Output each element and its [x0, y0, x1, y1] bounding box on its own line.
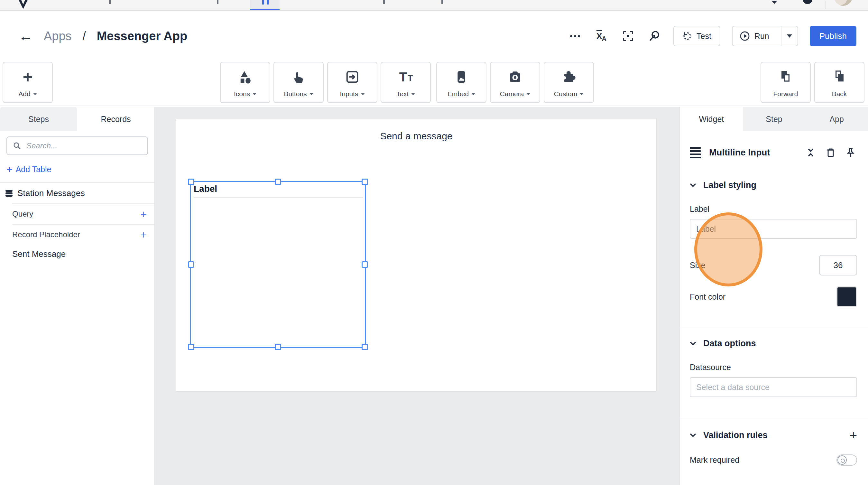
canvas-region: Send a message Label: [155, 107, 679, 485]
section-label-styling[interactable]: Label styling: [690, 180, 857, 190]
resize-handle-s[interactable]: [275, 344, 281, 350]
topnav-item-fragment[interactable]: [441, 0, 443, 4]
resize-handle-nw[interactable]: [188, 179, 194, 185]
send-backward-icon: [832, 68, 846, 86]
topnav-item-fragment[interactable]: [217, 0, 218, 4]
tab-records[interactable]: Records: [77, 107, 154, 131]
section-data-options[interactable]: Data options: [690, 339, 857, 348]
run-button[interactable]: Run: [732, 26, 798, 47]
translate-icon[interactable]: XA: [594, 29, 609, 43]
section-validation-rules[interactable]: Validation rules +: [690, 429, 857, 442]
tab-steps[interactable]: Steps: [0, 107, 77, 131]
test-button[interactable]: Test: [673, 26, 720, 47]
back-button[interactable]: Back: [814, 62, 864, 103]
selected-multiline-input-widget[interactable]: Label: [190, 181, 366, 348]
widget-label-text: Label: [194, 184, 217, 194]
input-box-arrow-icon: [345, 68, 360, 86]
resize-handle-ne[interactable]: [362, 179, 368, 185]
add-record-placeholder-icon[interactable]: +: [140, 229, 147, 240]
inputs-tool-button[interactable]: Inputs: [327, 62, 377, 103]
breadcrumb-separator: /: [83, 29, 86, 43]
tab-widget[interactable]: Widget: [680, 107, 743, 131]
publish-button[interactable]: Publish: [810, 26, 857, 47]
camera-tool-button[interactable]: Camera: [490, 62, 540, 103]
mark-required-toggle[interactable]: [836, 454, 857, 466]
size-input[interactable]: [819, 255, 857, 275]
custom-tool-button[interactable]: Custom: [544, 62, 594, 103]
search-input[interactable]: [26, 141, 142, 150]
resize-handle-sw[interactable]: [188, 344, 194, 350]
text-tool-button[interactable]: TT Text: [381, 62, 431, 103]
tab-step[interactable]: Step: [743, 107, 806, 131]
pointer-hand-icon: [291, 68, 306, 86]
back-arrow-icon[interactable]: ←: [19, 29, 33, 43]
font-color-swatch[interactable]: [836, 286, 857, 307]
resize-handle-w[interactable]: [188, 261, 194, 268]
text-icon: TT: [399, 68, 412, 86]
bring-forward-icon: [779, 68, 793, 86]
inspect-lock-icon[interactable]: [647, 29, 662, 43]
play-icon: [740, 31, 750, 41]
app-header: ← Apps / Messenger App XA: [0, 11, 868, 61]
center-focus-icon[interactable]: [621, 29, 636, 43]
record-placeholder-row[interactable]: Record Placeholder +: [0, 225, 154, 245]
top-nav-strip: [0, 0, 868, 11]
topnav-item-fragment[interactable]: [383, 0, 385, 4]
widget-menu-icon[interactable]: [690, 147, 701, 158]
sidebar-search[interactable]: [6, 137, 148, 155]
app-builder-page: ← Apps / Messenger App XA: [0, 0, 868, 485]
camera-icon: [508, 68, 522, 86]
chevron-down-icon: [690, 341, 696, 346]
chevron-down-icon: [526, 93, 530, 95]
inspector-panel: Widget Step App Multiline Input: [679, 107, 868, 485]
step-title-text[interactable]: Send a message: [176, 131, 656, 142]
add-query-icon[interactable]: +: [140, 209, 147, 219]
search-icon: [13, 142, 21, 150]
collapse-sections-icon[interactable]: [804, 146, 817, 159]
topnav-item-fragment[interactable]: [109, 0, 111, 4]
test-refresh-icon: [682, 31, 692, 41]
database-icon: [4, 189, 13, 198]
delete-widget-icon[interactable]: [824, 146, 837, 159]
tab-app[interactable]: App: [805, 107, 868, 131]
puzzle-icon: [562, 68, 576, 86]
topnav-active-tab[interactable]: [250, 0, 280, 11]
label-field-caption: Label: [690, 204, 857, 214]
run-dropdown-caret[interactable]: [781, 26, 798, 46]
table-station-messages[interactable]: Station Messages: [0, 183, 154, 203]
divider: [680, 328, 868, 328]
forward-button[interactable]: Forward: [761, 62, 811, 103]
mark-required-caption: Mark required: [690, 455, 739, 465]
datasource-select[interactable]: [690, 377, 857, 397]
size-caption: Size: [690, 261, 706, 270]
page-title: Messenger App: [97, 29, 188, 43]
breadcrumb-apps[interactable]: Apps: [44, 29, 72, 43]
chevron-down-icon: [690, 433, 696, 437]
icons-tool-button[interactable]: Icons: [220, 62, 270, 103]
resize-handle-n[interactable]: [275, 179, 281, 185]
font-color-caption: Font color: [690, 292, 725, 302]
chevron-down-icon: [471, 93, 475, 95]
chevron-down-icon: [33, 93, 37, 95]
label-field-input[interactable]: [690, 219, 857, 239]
embed-tool-button[interactable]: Embed: [436, 62, 487, 103]
buttons-tool-button[interactable]: Buttons: [274, 62, 324, 103]
resize-handle-e[interactable]: [362, 261, 368, 268]
add-button[interactable]: + Add: [3, 62, 53, 103]
shapes-icon: [238, 68, 252, 86]
step-canvas[interactable]: Send a message Label: [176, 119, 656, 391]
add-validation-rule-button[interactable]: +: [850, 429, 857, 442]
add-table-button[interactable]: + Add Table: [6, 164, 148, 175]
more-options-icon[interactable]: [568, 29, 583, 43]
query-row[interactable]: Query +: [0, 204, 154, 224]
pin-widget-icon[interactable]: [844, 146, 857, 159]
avatar[interactable]: [834, 0, 852, 6]
record-sent-message[interactable]: Sent Message: [0, 245, 154, 259]
resize-handle-se[interactable]: [362, 344, 368, 350]
datasource-caption: Datasource: [690, 363, 857, 372]
bell-icon[interactable]: [803, 0, 812, 4]
chevron-down-icon: [361, 93, 365, 95]
chevron-down-icon[interactable]: [772, 1, 777, 4]
sidebar-tabs: Steps Records: [0, 107, 154, 131]
tulip-logo-icon[interactable]: [17, 0, 30, 9]
